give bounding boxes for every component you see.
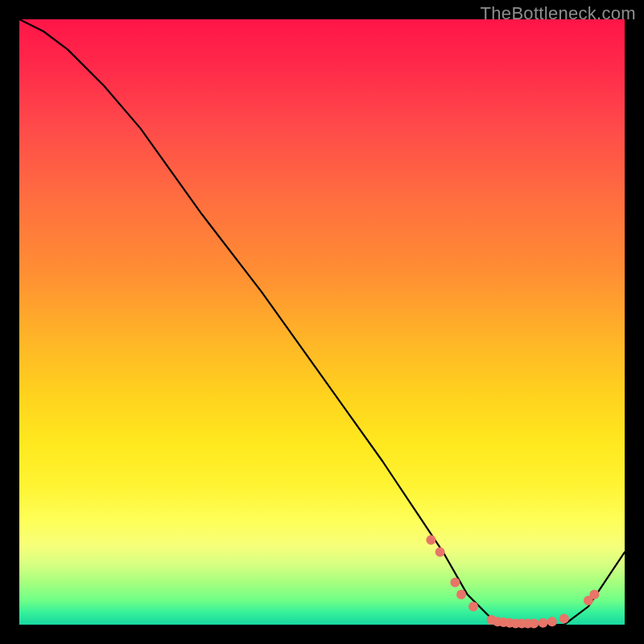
curve-path bbox=[19, 19, 625, 625]
plot-area bbox=[19, 19, 625, 625]
marker-dot bbox=[456, 589, 466, 599]
marker-dot bbox=[469, 601, 478, 611]
chart-frame: TheBottleneck.com bbox=[0, 0, 644, 644]
marker-dot bbox=[589, 589, 599, 599]
marker-dot bbox=[436, 547, 445, 557]
marker-group bbox=[426, 535, 599, 629]
marker-dot bbox=[450, 577, 460, 587]
marker-dot bbox=[547, 617, 557, 626]
marker-dot bbox=[559, 614, 569, 624]
marker-dot bbox=[539, 618, 548, 628]
marker-dot bbox=[426, 535, 436, 545]
curve-svg bbox=[19, 19, 625, 625]
marker-dot bbox=[529, 619, 539, 629]
watermark-text: TheBottleneck.com bbox=[481, 3, 636, 24]
